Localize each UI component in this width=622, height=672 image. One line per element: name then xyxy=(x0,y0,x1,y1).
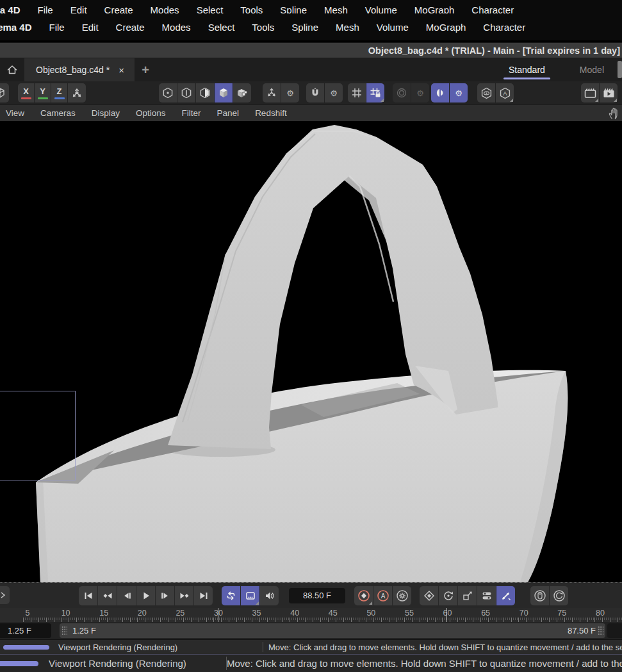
menubar-ghost: Cinema 4D FileEditCreateModesSelectTools… xyxy=(0,0,622,13)
menubar: Cinema 4D FileEditCreateModesSelectTools… xyxy=(0,13,622,40)
panel-expand-icon[interactable] xyxy=(0,586,10,604)
preview-range-slider[interactable]: 1.25 F 87.50 F xyxy=(60,623,605,638)
cube-partial-icon[interactable] xyxy=(0,83,9,102)
annotation-a-icon[interactable]: A xyxy=(496,83,514,102)
workplane-gear-icon[interactable]: ⚙ xyxy=(281,83,299,102)
record-keyframe-icon[interactable] xyxy=(354,586,373,605)
viewport-3d[interactable] xyxy=(0,121,622,582)
previous-key-icon[interactable] xyxy=(98,586,117,605)
quantize-grid-icon[interactable] xyxy=(348,83,366,102)
viewport-menu-item[interactable]: Display xyxy=(92,108,120,118)
menu-item[interactable]: Modes xyxy=(162,22,191,33)
status-bar-secondary: Viewport Rendering (Rendering) Move: Cli… xyxy=(0,654,622,672)
svg-text:A: A xyxy=(381,593,385,600)
viewport-menubar: ViewCamerasDisplayOptionsFilterPanelReds… xyxy=(0,104,622,121)
menu-item[interactable]: Create xyxy=(116,22,145,33)
previous-frame-icon[interactable] xyxy=(117,586,136,605)
range-end-field[interactable] xyxy=(607,623,622,638)
falloff-rings-icon[interactable] xyxy=(393,83,411,102)
ruler-tick-label: 10 xyxy=(60,609,72,618)
z-lock-button[interactable]: Z xyxy=(51,83,67,102)
points-mode-icon[interactable] xyxy=(159,83,177,102)
symmetry-gear-icon[interactable]: ⚙ xyxy=(450,83,468,102)
next-key-icon[interactable] xyxy=(175,586,193,605)
play-loop-icon[interactable] xyxy=(222,586,240,605)
current-frame-field[interactable]: 88.50 F xyxy=(289,588,345,603)
workplane-icon[interactable] xyxy=(263,83,281,102)
viewport-menu-item[interactable]: View xyxy=(6,108,24,118)
range-grip-left[interactable] xyxy=(61,626,67,635)
axis-modify-icon[interactable] xyxy=(68,83,86,102)
next-frame-icon[interactable] xyxy=(156,586,174,605)
range-start-label: 1.25 F xyxy=(72,626,96,635)
snap-gear-icon[interactable]: ⚙ xyxy=(325,83,343,102)
ruler-tick-label: 15 xyxy=(97,609,110,618)
ruler-tick-label: 80 xyxy=(594,609,607,618)
go-to-end-icon[interactable] xyxy=(194,586,213,605)
key-rotation-icon[interactable] xyxy=(439,586,457,605)
ruler-tick-label: 60 xyxy=(441,609,454,618)
viewport-menu-item[interactable]: Panel xyxy=(217,108,240,118)
keyframe-rotation-tool-icon[interactable] xyxy=(550,586,568,605)
render-view-icon[interactable] xyxy=(581,83,599,102)
texture-mode-icon[interactable] xyxy=(233,83,251,102)
preview-range-icon[interactable] xyxy=(241,586,259,605)
edges-mode-icon[interactable] xyxy=(177,83,195,102)
mode-toolbar: X Y Z ⚙ xyxy=(0,81,622,104)
timeline-ruler[interactable]: 5101520253035404550556065707580 xyxy=(0,608,622,622)
status-task: Viewport Rendering (Rendering) xyxy=(49,658,186,669)
key-scale-icon[interactable] xyxy=(458,586,477,605)
ruler-tick-label: 40 xyxy=(288,609,301,618)
sound-icon[interactable] xyxy=(260,586,279,605)
menu-item-ghost: Character xyxy=(471,4,514,13)
menu-item[interactable]: Mesh xyxy=(336,22,359,33)
menu-item[interactable]: Volume xyxy=(377,22,409,33)
ruler-tick-label: 20 xyxy=(136,609,149,618)
menu-item[interactable]: Select xyxy=(208,22,235,33)
play-forwards-icon[interactable] xyxy=(136,586,155,605)
render-progress-bar xyxy=(0,661,38,666)
tabbar-scroll-nub[interactable] xyxy=(618,61,622,78)
app-menu[interactable]: Cinema 4D xyxy=(0,22,32,33)
polygons-mode-icon[interactable] xyxy=(196,83,214,102)
viewport-menu-item[interactable]: Options xyxy=(136,108,166,118)
pan-hand-icon[interactable] xyxy=(607,107,620,120)
menu-item[interactable]: File xyxy=(49,22,65,33)
home-button[interactable] xyxy=(0,58,24,81)
add-tab-button[interactable]: + xyxy=(135,58,156,81)
menu-item[interactable]: Edit xyxy=(82,22,99,33)
solo-eye-icon[interactable] xyxy=(477,83,495,102)
symmetry-icon[interactable] xyxy=(431,83,449,102)
keyframe-selection-icon[interactable] xyxy=(393,586,411,605)
layout-tab-model[interactable]: Model xyxy=(576,58,608,81)
viewport-menu-item[interactable]: Redshift xyxy=(255,108,287,118)
app-name-ghost: Cinema 4D xyxy=(0,4,20,13)
x-lock-button[interactable]: X xyxy=(18,83,34,102)
menu-item[interactable]: Spline xyxy=(291,22,318,33)
autokeying-icon[interactable]: A xyxy=(373,586,392,605)
range-start-field[interactable]: 1.25 F xyxy=(0,623,51,638)
layout-tab-standard[interactable]: Standard xyxy=(505,58,549,81)
tab-document[interactable]: Object8_bag.c4d * × xyxy=(24,58,135,81)
menu-item-ghost: Modes xyxy=(151,4,179,13)
menu-item[interactable]: Character xyxy=(483,22,525,33)
render-settings-icon[interactable] xyxy=(600,83,618,102)
keyframe-mouse-icon[interactable] xyxy=(530,586,549,605)
falloff-gear-icon[interactable]: ⚙ xyxy=(411,83,429,102)
menu-item-ghost: Mesh xyxy=(324,4,348,13)
menu-item[interactable]: Tools xyxy=(252,22,274,33)
range-grip-right[interactable] xyxy=(598,626,603,635)
y-lock-button[interactable]: Y xyxy=(35,83,51,102)
viewport-menu-item[interactable]: Cameras xyxy=(40,108,76,118)
snap-magnet-icon[interactable] xyxy=(306,83,324,102)
tab-close-icon[interactable]: × xyxy=(119,65,124,76)
key-pla-icon[interactable] xyxy=(496,586,515,605)
quantize-grid-lock-icon[interactable] xyxy=(366,83,384,102)
viewport-menu-item[interactable]: Filter xyxy=(182,108,201,118)
model-mode-icon[interactable] xyxy=(215,83,233,102)
key-position-icon[interactable] xyxy=(420,586,438,605)
ruler-tick-label: 5 xyxy=(21,609,34,618)
menu-item[interactable]: MoGraph xyxy=(426,22,466,33)
key-parameter-icon[interactable] xyxy=(477,586,496,605)
go-to-start-icon[interactable] xyxy=(79,586,97,605)
